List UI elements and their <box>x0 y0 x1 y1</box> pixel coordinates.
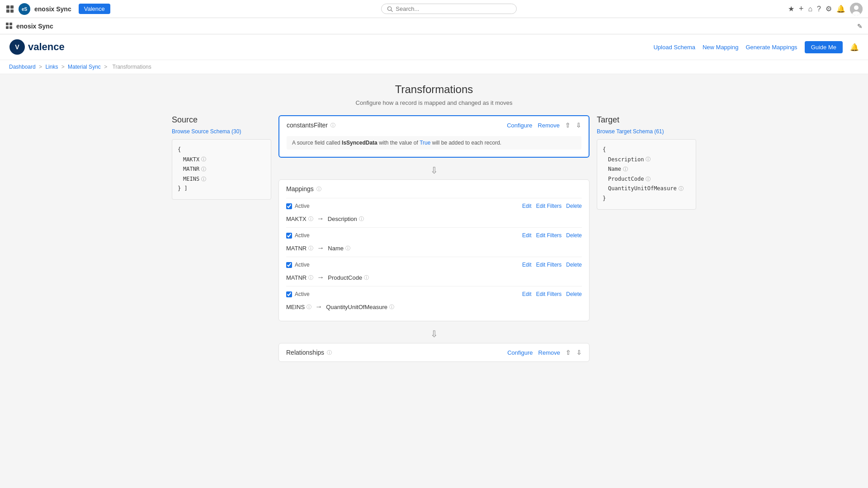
mapping-row-1: MAKTX ⓘ → Description ⓘ <box>286 213 582 225</box>
avatar[interactable] <box>850 3 863 15</box>
pen-icon[interactable]: ✎ <box>857 23 863 30</box>
filter-title-text: constantsFilter <box>287 122 328 129</box>
search-icon <box>387 6 393 12</box>
rel-up-btn[interactable]: ⇧ <box>566 349 571 356</box>
breadcrumb-sep1: > <box>39 64 43 70</box>
active-check-1[interactable]: Active <box>286 203 310 209</box>
filter-down-btn[interactable]: ⇩ <box>576 122 581 129</box>
edit-link-3[interactable]: Edit <box>522 262 532 268</box>
svg-rect-12 <box>9 23 12 25</box>
source-field-meins: MEINS ⓘ <box>183 174 265 184</box>
add-icon[interactable]: + <box>799 4 804 14</box>
source-info-2[interactable]: ⓘ <box>308 245 313 252</box>
browse-target-link[interactable]: Browse Target Schema (61) <box>597 128 696 135</box>
browse-source-link[interactable]: Browse Source Schema (30) <box>172 128 271 135</box>
notification-icon[interactable]: 🔔 <box>836 5 845 13</box>
source-schema-open: { <box>178 145 265 155</box>
active-check-4[interactable]: Active <box>286 291 310 297</box>
quantityuom-info-icon[interactable]: ⓘ <box>679 184 684 193</box>
delete-link-2[interactable]: Delete <box>566 232 582 239</box>
top-bar: eS enosix Sync Valence ★ + ⌂ ? ⚙ 🔔 <box>0 0 868 18</box>
delete-link-1[interactable]: Delete <box>566 203 582 209</box>
valence-logo-text: valence <box>28 41 65 53</box>
productcode-info-icon[interactable]: ⓘ <box>646 175 651 184</box>
delete-link-4[interactable]: Delete <box>566 291 582 297</box>
svg-text:V: V <box>15 43 19 51</box>
grid-icon[interactable] <box>5 5 14 14</box>
svg-rect-13 <box>6 26 9 29</box>
breadcrumb-material-sync[interactable]: Material Sync <box>68 64 101 70</box>
upload-schema-link[interactable]: Upload Schema <box>653 44 695 51</box>
filter-up-btn[interactable]: ⇧ <box>565 122 571 129</box>
filter-remove-link[interactable]: Remove <box>538 122 560 129</box>
mappings-info-icon[interactable]: ⓘ <box>316 186 321 192</box>
filter-body: A source field called IsSyncedData with … <box>279 132 589 157</box>
mappings-card: Mappings ⓘ Active Edit Edit Filters Dele… <box>278 179 590 321</box>
search-input[interactable] <box>396 5 511 12</box>
target-info-2[interactable]: ⓘ <box>345 245 350 252</box>
mapping-source-2: MATNR ⓘ <box>286 245 313 252</box>
active-checkbox-1[interactable] <box>286 203 292 209</box>
edit-link-2[interactable]: Edit <box>522 232 532 239</box>
valence-tab[interactable]: Valence <box>79 4 110 14</box>
enosix-logo: eS <box>18 3 31 15</box>
source-info-3[interactable]: ⓘ <box>308 274 313 281</box>
filter-title: constantsFilter ⓘ <box>287 122 335 129</box>
edit-filters-link-4[interactable]: Edit Filters <box>536 291 562 297</box>
desc-info-icon[interactable]: ⓘ <box>646 155 651 164</box>
favorites-icon[interactable]: ★ <box>788 5 794 13</box>
target-info-3[interactable]: ⓘ <box>364 274 369 281</box>
edit-link-1[interactable]: Edit <box>522 203 532 209</box>
mappings-title: Mappings <box>286 185 314 192</box>
target-info-4[interactable]: ⓘ <box>389 304 394 310</box>
generate-mappings-link[interactable]: Generate Mappings <box>745 44 797 51</box>
edit-link-4[interactable]: Edit <box>522 291 532 297</box>
rel-remove-link[interactable]: Remove <box>538 349 560 356</box>
meins-info-icon[interactable]: ⓘ <box>201 175 206 184</box>
guide-me-button[interactable]: Guide Me <box>805 41 843 53</box>
grid-icon-2[interactable] <box>5 22 14 30</box>
filter-info-icon[interactable]: ⓘ <box>330 122 335 129</box>
help-icon[interactable]: ? <box>817 5 821 13</box>
rel-configure-link[interactable]: Configure <box>507 349 533 356</box>
mapping-item-3: Active Edit Edit Filters Delete MATNR ⓘ <box>286 257 582 286</box>
new-mapping-link[interactable]: New Mapping <box>703 44 739 51</box>
target-info-1[interactable]: ⓘ <box>359 216 364 222</box>
active-checkbox-4[interactable] <box>286 291 292 297</box>
active-check-2[interactable]: Active <box>286 232 310 239</box>
target-field-name: Name ⓘ <box>608 164 690 174</box>
notification-bell-icon[interactable]: 🔔 <box>850 43 859 52</box>
edit-filters-link-3[interactable]: Edit Filters <box>536 262 562 268</box>
valence-header: V valence Upload Schema New Mapping Gene… <box>0 34 868 60</box>
header-actions: Upload Schema New Mapping Generate Mappi… <box>653 41 859 53</box>
target-panel: Target Browse Target Schema (61) { Descr… <box>597 115 696 210</box>
delete-link-3[interactable]: Delete <box>566 262 582 268</box>
home-icon[interactable]: ⌂ <box>808 5 812 13</box>
source-info-1[interactable]: ⓘ <box>308 216 313 222</box>
rel-down-btn[interactable]: ⇩ <box>576 349 582 356</box>
source-title: Source <box>172 115 271 125</box>
active-check-3[interactable]: Active <box>286 262 310 268</box>
source-info-4[interactable]: ⓘ <box>307 304 311 310</box>
filter-configure-link[interactable]: Configure <box>507 122 532 129</box>
rel-actions: Configure Remove ⇧ ⇩ <box>507 349 582 356</box>
maktx-info-icon[interactable]: ⓘ <box>201 155 206 164</box>
page-title: Transformations <box>172 83 696 96</box>
name-info-icon[interactable]: ⓘ <box>623 165 628 174</box>
active-checkbox-3[interactable] <box>286 262 292 268</box>
search-area <box>114 4 784 14</box>
settings-icon[interactable]: ⚙ <box>826 5 832 13</box>
matnr-info-icon[interactable]: ⓘ <box>201 165 206 174</box>
svg-rect-2 <box>6 9 9 13</box>
breadcrumb-links[interactable]: Links <box>45 64 58 70</box>
edit-filters-link-1[interactable]: Edit Filters <box>536 203 562 209</box>
active-checkbox-2[interactable] <box>286 233 292 239</box>
svg-rect-0 <box>6 5 9 9</box>
svg-rect-1 <box>10 5 14 9</box>
edit-filters-link-2[interactable]: Edit Filters <box>536 232 562 239</box>
mapping-row-3: MATNR ⓘ → ProductCode ⓘ <box>286 272 582 283</box>
mapping-item-actions-1: Edit Edit Filters Delete <box>522 203 582 209</box>
breadcrumb-dashboard[interactable]: Dashboard <box>9 64 36 70</box>
target-schema-box: { Description ⓘ Name ⓘ ProductCode ⓘ Qua… <box>597 139 696 210</box>
relationships-info-icon[interactable]: ⓘ <box>327 349 332 356</box>
